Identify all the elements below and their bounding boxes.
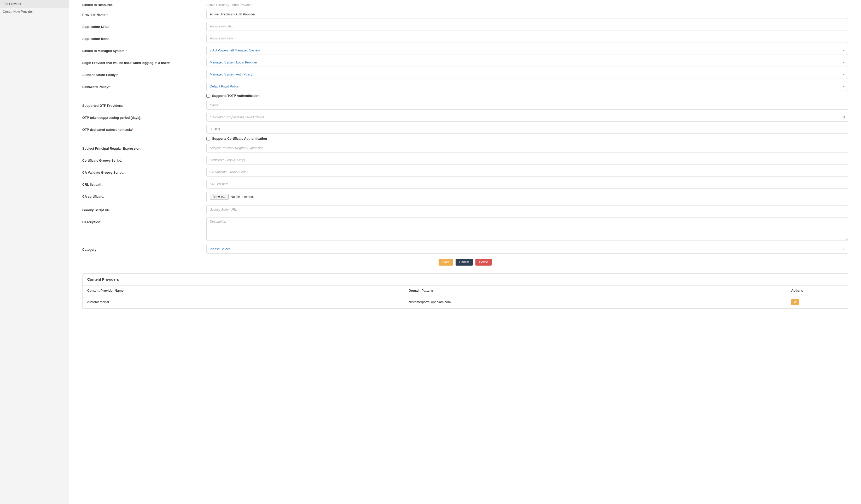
label-otp-suppress-period: OTP token suppressing period (days): [82, 113, 206, 120]
checkbox-supports-totp[interactable] [206, 94, 210, 98]
input-ca-validate-groovy[interactable] [206, 168, 848, 177]
save-button[interactable]: Save [439, 259, 453, 266]
label-application-url: Application URL: [82, 22, 206, 29]
label-password-policy: Password Policy:* [82, 82, 206, 89]
edit-action-button[interactable] [791, 299, 799, 305]
label-otp-subnet: OTP dedicated subnet netmask:* [82, 125, 206, 131]
select-password-policy[interactable]: Default Pswd Policy [206, 82, 848, 91]
label-login-provider: Login Provider that will be used when lo… [82, 58, 206, 65]
label-ca-validate-groovy: CA Validate Groovy Script: [82, 168, 206, 174]
input-application-url[interactable] [206, 22, 848, 31]
input-application-icon[interactable] [206, 34, 848, 43]
textarea-description[interactable] [206, 217, 848, 241]
label-description: Description: [82, 217, 206, 224]
column-header-name: Content Provider Name [83, 286, 404, 296]
file-status-text: No file selected. [231, 195, 254, 199]
input-cert-groovy[interactable] [206, 156, 848, 165]
browse-button[interactable]: Browse... [210, 194, 229, 200]
label-subject-regex: Subject Principal Regular Expression: [82, 144, 206, 151]
input-supported-otp-providers[interactable] [206, 101, 848, 110]
label-supports-cert: Supports Certificate Authentication [212, 137, 267, 140]
sidebar-item-edit-provider[interactable]: Edit Provider [0, 0, 69, 8]
label-linked-resource: Linked to Resource: [82, 0, 206, 7]
table-row: customerportal customerportal.openiam.co… [83, 296, 848, 309]
input-groovy-script-url[interactable] [206, 205, 848, 214]
input-otp-suppress-period[interactable] [206, 113, 848, 122]
column-header-actions: Actions [787, 286, 848, 296]
input-subject-regex[interactable] [206, 144, 848, 153]
select-auth-policy[interactable]: Managed System Auth Policy [206, 70, 848, 79]
label-linked-managed-system: Linked to Managed System:* [82, 46, 206, 53]
select-login-provider[interactable]: Managed System Login Provider [206, 58, 848, 67]
content-providers-panel: Content Providers Content Provider Name … [82, 274, 848, 309]
sidebar: Edit Provider Create New Provider [0, 0, 69, 504]
cell-domain-pattern: customerportal.openiam.com [404, 296, 787, 309]
column-header-domain: Domain Pattern [404, 286, 787, 296]
value-linked-resource: Active Directory - Auth Provider [206, 0, 848, 7]
select-linked-managed-system[interactable]: 7 AD Powershell Managed System [206, 46, 848, 55]
panel-title: Content Providers [83, 274, 848, 285]
select-category[interactable]: Please Select... [206, 245, 848, 254]
label-provider-name: Provider Name:* [82, 10, 206, 17]
label-application-icon: Application Icon: [82, 34, 206, 41]
input-crl-list-path[interactable] [206, 180, 848, 188]
label-supported-otp-providers: Supported OTP Providers: [82, 101, 206, 108]
main-content: Linked to Resource: Active Directory - A… [69, 0, 861, 504]
delete-button[interactable]: Delete [476, 259, 492, 266]
checkbox-supports-cert[interactable] [206, 137, 210, 140]
input-provider-name[interactable] [206, 10, 848, 19]
label-cert-groovy: Certificate Groovy Script: [82, 156, 206, 163]
cancel-button[interactable]: Cancel [455, 259, 473, 266]
label-supports-totp: Supports TOTP Authentication [212, 94, 260, 98]
label-crl-list-path: CRL list path: [82, 180, 206, 186]
label-category: Category: [82, 245, 206, 251]
pencil-icon [794, 300, 797, 304]
sidebar-item-create-new-provider[interactable]: Create New Provider [0, 8, 69, 16]
label-ca-certificate: CA certificate: [82, 192, 206, 198]
input-otp-subnet[interactable] [206, 125, 848, 134]
label-auth-policy: Authentication Policy:* [82, 70, 206, 77]
label-groovy-script-url: Groovy Script URL: [82, 205, 206, 212]
cell-provider-name: customerportal [83, 296, 404, 309]
content-providers-table: Content Provider Name Domain Pattern Act… [83, 285, 848, 308]
